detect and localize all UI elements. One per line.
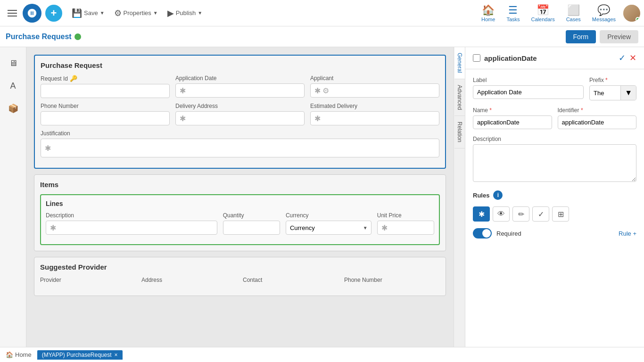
prefix-select[interactable]: The ▼ [589, 85, 636, 100]
properties-close-icon[interactable]: ✕ [629, 53, 636, 63]
rules-info-icon[interactable]: i [493, 190, 503, 200]
request-id-input[interactable] [41, 84, 170, 98]
label-prefix-row: Label Prefix * The ▼ [473, 77, 636, 100]
prefix-dropdown-icon[interactable]: ▼ [620, 86, 636, 100]
lines-unit-price-field: Unit Price ✱ [377, 212, 434, 235]
lines-unit-price-input[interactable]: ✱ [377, 221, 434, 235]
nav-logo[interactable] [23, 4, 41, 23]
save-icon: 💾 [72, 8, 82, 18]
properties-dropdown-icon[interactable]: ▼ [153, 10, 158, 16]
add-button[interactable]: + [45, 5, 62, 22]
rule-btn-eye[interactable]: 👁 [493, 206, 510, 222]
lines-section: Lines Description ✱ Quantity [40, 194, 440, 245]
lines-quantity-input[interactable] [223, 221, 280, 235]
justification-input[interactable]: ✱ [41, 139, 439, 157]
page-title: Purchase Request [6, 33, 81, 41]
nav-calendars[interactable]: 📅 Calendars [528, 2, 559, 24]
lines-description-input[interactable]: ✱ [46, 221, 217, 235]
nav-right: 🏠 Home ☰ Tasks 📅 Calendars ⬜ Cases 💬 Mes… [478, 2, 640, 24]
label-field: Label [473, 77, 584, 100]
rule-btn-grid[interactable]: ⊞ [552, 206, 569, 222]
save-action[interactable]: 💾 Save ▼ [68, 6, 108, 20]
required-row: Required Rule + [473, 228, 636, 239]
prefix-value: The [590, 87, 620, 99]
application-date-input[interactable]: ✱ [175, 83, 305, 98]
status-dot [74, 33, 81, 40]
preview-button[interactable]: Preview [600, 30, 638, 43]
save-dropdown-icon[interactable]: ▼ [100, 10, 105, 16]
prefix-field: Prefix * The ▼ [589, 77, 636, 100]
justification-label: Justification [41, 130, 439, 137]
rule-btn-asterisk[interactable]: ✱ [473, 206, 490, 222]
asterisk-icon4: ✱ [314, 114, 321, 123]
top-nav: + 💾 Save ▼ ⚙ Properties ▼ ▶ Publish ▼ 🏠 … [0, 0, 644, 26]
form-row-2: Phone Number Delivery Address ✱ Estimate… [41, 103, 439, 125]
hamburger-menu[interactable] [4, 6, 21, 20]
status-tab[interactable]: (MYAPP) PurchaseRequest × [37, 350, 123, 360]
rules-label: Rules [473, 192, 489, 199]
publish-dropdown-icon[interactable]: ▼ [198, 10, 202, 16]
properties-action[interactable]: ⚙ Properties ▼ [110, 6, 162, 20]
currency-select-wrap: Currency [286, 221, 372, 235]
form-button[interactable]: Form [566, 30, 596, 43]
suggested-provider-title: Suggested Provider [40, 263, 440, 271]
status-tab-label: (MYAPP) PurchaseRequest [42, 352, 112, 358]
provider-label: Provider [40, 277, 136, 283]
phone-number-input[interactable] [41, 111, 170, 125]
applicant-label: Applicant [310, 75, 439, 82]
identifier-input[interactable] [558, 115, 637, 129]
name-field-label: Name * [473, 107, 552, 114]
nav-home[interactable]: 🏠 Home [478, 2, 499, 24]
status-bar: 🏠 Home (MYAPP) PurchaseRequest × [0, 347, 644, 362]
delivery-address-input[interactable]: ✱ [175, 111, 305, 125]
publish-action[interactable]: ▶ Publish ▼ [164, 6, 206, 20]
properties-checkbox[interactable] [473, 54, 480, 62]
rule-btn-edit[interactable]: ✏ [512, 206, 529, 222]
currency-select[interactable]: Currency [286, 221, 372, 235]
items-section: Items Lines Description ✱ Quantity [34, 174, 446, 251]
advanced-tab[interactable]: Advanced [454, 79, 465, 116]
phone-number-label: Phone Number [41, 103, 170, 109]
request-id-field: Request Id 🔑 [41, 75, 170, 98]
description-input[interactable] [473, 144, 636, 182]
properties-header: applicationDate ✓ ✕ [465, 47, 644, 69]
required-toggle[interactable] [473, 228, 492, 239]
config-icon: ⚙ [322, 86, 329, 95]
nav-calendars-label: Calendars [531, 16, 555, 22]
publish-icon: ▶ [167, 8, 174, 18]
identifier-field: Identifier * [558, 107, 637, 129]
rule-btn-check[interactable]: ✓ [532, 206, 549, 222]
status-tab-close[interactable]: × [115, 352, 118, 358]
application-date-label: Application Date [175, 75, 305, 82]
rule-actions: ✱ 👁 ✏ ✓ ⊞ [473, 206, 636, 222]
save-label: Save [84, 9, 98, 16]
nav-messages-label: Messages [592, 16, 616, 22]
key-icon: 🔑 [70, 75, 77, 82]
description-field: Description [473, 136, 636, 184]
name-input[interactable] [473, 115, 552, 129]
label-field-label: Label [473, 77, 584, 83]
provider-phone-field: Phone Number [344, 277, 440, 285]
estimated-delivery-input[interactable]: ✱ [310, 111, 439, 125]
general-tab[interactable]: General [454, 47, 465, 79]
applicant-input[interactable]: ✱ ⚙ [310, 83, 439, 98]
asterisk-icon3: ✱ [180, 114, 186, 123]
sidebar-box-icon[interactable]: 📦 [5, 100, 22, 117]
status-home[interactable]: 🏠 Home [6, 351, 32, 358]
relation-tab[interactable]: Relation [454, 116, 465, 148]
nav-cases[interactable]: ⬜ Cases [562, 2, 585, 24]
rule-link[interactable]: Rule + [619, 230, 636, 237]
properties-confirm-icon[interactable]: ✓ [619, 53, 626, 63]
messages-icon: 💬 [597, 4, 610, 16]
calendars-icon: 📅 [537, 4, 549, 16]
contact-label: Contact [243, 277, 339, 283]
lines-quantity-label: Quantity [223, 212, 280, 219]
avatar[interactable] [623, 5, 640, 22]
nav-tasks[interactable]: ☰ Tasks [503, 2, 523, 24]
label-input[interactable] [473, 85, 584, 99]
sidebar-text-icon[interactable]: A [5, 77, 22, 94]
nav-messages[interactable]: 💬 Messages [588, 2, 619, 24]
asterisk-icon: ✱ [180, 86, 186, 95]
sidebar-monitor-icon[interactable]: 🖥 [5, 55, 22, 72]
lines-description-field: Description ✱ [46, 212, 217, 235]
